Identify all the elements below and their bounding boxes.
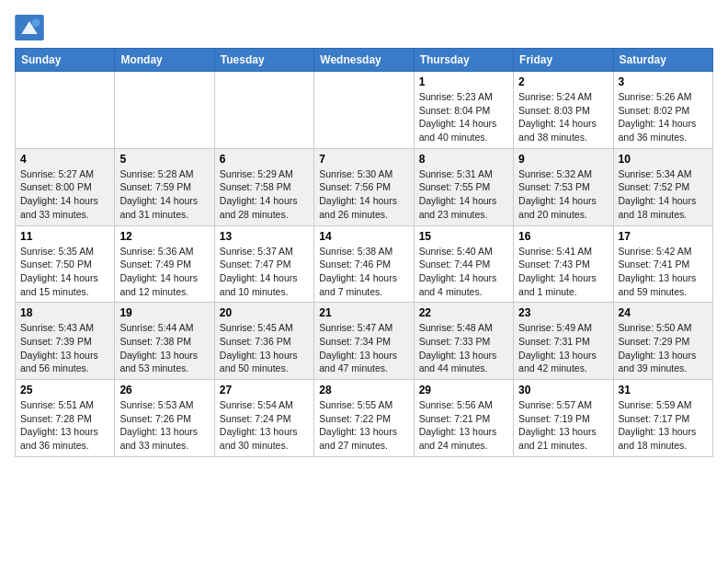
logo-icon [15, 15, 44, 40]
calendar-day: 24Sunrise: 5:50 AM Sunset: 7:29 PM Dayli… [613, 303, 712, 380]
day-number: 31 [619, 384, 708, 396]
calendar-table: SundayMondayTuesdayWednesdayThursdayFrid… [15, 48, 713, 457]
weekday-header-wednesday: Wednesday [314, 49, 414, 72]
day-number: 18 [20, 306, 109, 319]
calendar-day: 30Sunrise: 5:57 AM Sunset: 7:19 PM Dayli… [514, 380, 613, 457]
day-info: Sunrise: 5:48 AM Sunset: 7:33 PM Dayligh… [419, 321, 508, 375]
page-header [15, 15, 713, 40]
weekday-header-thursday: Thursday [414, 49, 513, 72]
day-number: 16 [518, 230, 608, 243]
day-number: 10 [619, 153, 708, 166]
day-info: Sunrise: 5:29 AM Sunset: 7:58 PM Dayligh… [220, 167, 309, 222]
day-number: 9 [518, 153, 608, 166]
day-info: Sunrise: 5:34 AM Sunset: 7:52 PM Dayligh… [619, 167, 708, 222]
day-info: Sunrise: 5:31 AM Sunset: 7:55 PM Dayligh… [419, 167, 508, 222]
day-number: 23 [518, 306, 608, 319]
day-info: Sunrise: 5:54 AM Sunset: 7:24 PM Dayligh… [220, 398, 309, 453]
calendar-day: 15Sunrise: 5:40 AM Sunset: 7:44 PM Dayli… [414, 225, 513, 303]
day-number: 7 [319, 153, 408, 166]
day-number: 26 [119, 384, 209, 396]
calendar-day: 28Sunrise: 5:55 AM Sunset: 7:22 PM Dayli… [314, 380, 414, 457]
day-number: 17 [619, 230, 708, 243]
calendar-day: 21Sunrise: 5:47 AM Sunset: 7:34 PM Dayli… [314, 303, 414, 380]
day-number: 11 [20, 230, 109, 243]
day-info: Sunrise: 5:55 AM Sunset: 7:22 PM Dayligh… [319, 398, 408, 453]
day-number: 22 [419, 306, 508, 319]
day-info: Sunrise: 5:50 AM Sunset: 7:29 PM Dayligh… [619, 321, 708, 375]
calendar-day: 10Sunrise: 5:34 AM Sunset: 7:52 PM Dayli… [613, 148, 712, 225]
calendar-day: 22Sunrise: 5:48 AM Sunset: 7:33 PM Dayli… [414, 303, 513, 380]
day-number: 25 [20, 384, 109, 396]
calendar-week-2: 4Sunrise: 5:27 AM Sunset: 8:00 PM Daylig… [16, 148, 713, 225]
day-info: Sunrise: 5:23 AM Sunset: 8:04 PM Dayligh… [419, 90, 508, 144]
calendar-day: 14Sunrise: 5:38 AM Sunset: 7:46 PM Dayli… [314, 225, 414, 303]
calendar-week-3: 11Sunrise: 5:35 AM Sunset: 7:50 PM Dayli… [16, 225, 713, 303]
calendar-day: 20Sunrise: 5:45 AM Sunset: 7:36 PM Dayli… [214, 303, 313, 380]
calendar-day [214, 72, 313, 149]
calendar-day: 16Sunrise: 5:41 AM Sunset: 7:43 PM Dayli… [514, 225, 613, 303]
weekday-header-sunday: Sunday [16, 49, 115, 72]
calendar-day: 1Sunrise: 5:23 AM Sunset: 8:04 PM Daylig… [414, 72, 513, 149]
weekday-header-row: SundayMondayTuesdayWednesdayThursdayFrid… [16, 49, 713, 72]
day-info: Sunrise: 5:30 AM Sunset: 7:56 PM Dayligh… [319, 167, 408, 222]
day-number: 6 [220, 153, 309, 166]
day-number: 8 [419, 153, 508, 166]
calendar-day: 8Sunrise: 5:31 AM Sunset: 7:55 PM Daylig… [414, 148, 513, 225]
logo [15, 15, 48, 40]
day-info: Sunrise: 5:28 AM Sunset: 7:59 PM Dayligh… [119, 167, 209, 222]
weekday-header-tuesday: Tuesday [214, 49, 313, 72]
day-info: Sunrise: 5:41 AM Sunset: 7:43 PM Dayligh… [518, 245, 608, 299]
day-info: Sunrise: 5:44 AM Sunset: 7:38 PM Dayligh… [119, 321, 209, 375]
calendar-day [16, 72, 115, 149]
day-number: 29 [419, 384, 508, 396]
day-number: 30 [518, 384, 608, 396]
day-number: 5 [119, 153, 209, 166]
day-info: Sunrise: 5:40 AM Sunset: 7:44 PM Dayligh… [419, 245, 508, 299]
calendar-week-5: 25Sunrise: 5:51 AM Sunset: 7:28 PM Dayli… [16, 380, 713, 457]
day-number: 27 [220, 384, 309, 396]
weekday-header-friday: Friday [514, 49, 613, 72]
day-info: Sunrise: 5:43 AM Sunset: 7:39 PM Dayligh… [20, 321, 109, 375]
day-info: Sunrise: 5:24 AM Sunset: 8:03 PM Dayligh… [518, 90, 608, 144]
day-number: 13 [220, 230, 309, 243]
day-info: Sunrise: 5:47 AM Sunset: 7:34 PM Dayligh… [319, 321, 408, 375]
day-number: 1 [419, 75, 508, 88]
calendar-day: 3Sunrise: 5:26 AM Sunset: 8:02 PM Daylig… [613, 72, 712, 149]
calendar-day [115, 72, 214, 149]
calendar-day: 29Sunrise: 5:56 AM Sunset: 7:21 PM Dayli… [414, 380, 513, 457]
calendar-week-1: 1Sunrise: 5:23 AM Sunset: 8:04 PM Daylig… [16, 72, 713, 149]
calendar-day: 5Sunrise: 5:28 AM Sunset: 7:59 PM Daylig… [115, 148, 214, 225]
calendar-day: 19Sunrise: 5:44 AM Sunset: 7:38 PM Dayli… [115, 303, 214, 380]
day-info: Sunrise: 5:56 AM Sunset: 7:21 PM Dayligh… [419, 398, 508, 453]
day-number: 4 [20, 153, 109, 166]
day-info: Sunrise: 5:45 AM Sunset: 7:36 PM Dayligh… [220, 321, 309, 375]
calendar-day: 13Sunrise: 5:37 AM Sunset: 7:47 PM Dayli… [214, 225, 313, 303]
day-number: 20 [220, 306, 309, 319]
calendar-day: 11Sunrise: 5:35 AM Sunset: 7:50 PM Dayli… [16, 225, 115, 303]
calendar-day: 17Sunrise: 5:42 AM Sunset: 7:41 PM Dayli… [613, 225, 712, 303]
calendar-day: 2Sunrise: 5:24 AM Sunset: 8:03 PM Daylig… [514, 72, 613, 149]
calendar-day: 7Sunrise: 5:30 AM Sunset: 7:56 PM Daylig… [314, 148, 414, 225]
day-info: Sunrise: 5:38 AM Sunset: 7:46 PM Dayligh… [319, 245, 408, 299]
calendar-week-4: 18Sunrise: 5:43 AM Sunset: 7:39 PM Dayli… [16, 303, 713, 380]
day-info: Sunrise: 5:49 AM Sunset: 7:31 PM Dayligh… [518, 321, 608, 375]
day-number: 21 [319, 306, 408, 319]
calendar-day: 12Sunrise: 5:36 AM Sunset: 7:49 PM Dayli… [115, 225, 214, 303]
day-number: 19 [119, 306, 209, 319]
day-info: Sunrise: 5:57 AM Sunset: 7:19 PM Dayligh… [518, 398, 608, 453]
weekday-header-saturday: Saturday [613, 49, 712, 72]
day-number: 24 [619, 306, 708, 319]
day-info: Sunrise: 5:42 AM Sunset: 7:41 PM Dayligh… [619, 245, 708, 299]
day-info: Sunrise: 5:51 AM Sunset: 7:28 PM Dayligh… [20, 398, 109, 453]
day-number: 2 [518, 75, 608, 88]
weekday-header-monday: Monday [115, 49, 214, 72]
calendar-day: 9Sunrise: 5:32 AM Sunset: 7:53 PM Daylig… [514, 148, 613, 225]
calendar-day: 26Sunrise: 5:53 AM Sunset: 7:26 PM Dayli… [115, 380, 214, 457]
day-info: Sunrise: 5:37 AM Sunset: 7:47 PM Dayligh… [220, 245, 309, 299]
day-number: 14 [319, 230, 408, 243]
day-info: Sunrise: 5:53 AM Sunset: 7:26 PM Dayligh… [119, 398, 209, 453]
calendar-day: 6Sunrise: 5:29 AM Sunset: 7:58 PM Daylig… [214, 148, 313, 225]
calendar-day: 23Sunrise: 5:49 AM Sunset: 7:31 PM Dayli… [514, 303, 613, 380]
day-info: Sunrise: 5:26 AM Sunset: 8:02 PM Dayligh… [619, 90, 708, 144]
day-info: Sunrise: 5:35 AM Sunset: 7:50 PM Dayligh… [20, 245, 109, 299]
